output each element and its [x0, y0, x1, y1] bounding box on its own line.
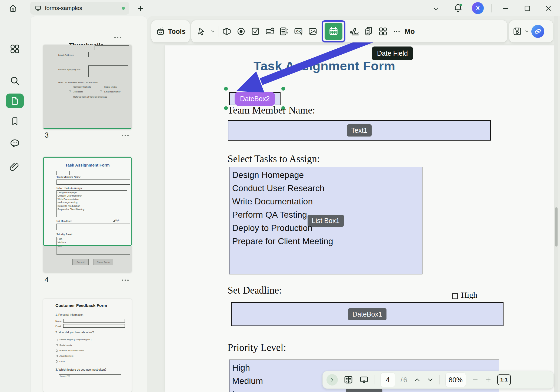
chevron-down-icon [432, 5, 439, 12]
thumb5-radio [56, 355, 58, 357]
sidebar-item-read-mode[interactable] [6, 390, 23, 392]
text-field-button[interactable] [221, 24, 233, 39]
select-tool-dropdown[interactable] [210, 29, 215, 34]
statusbar-divider [375, 375, 375, 384]
save-dropdown-button[interactable] [524, 29, 529, 34]
thumb4-outside-viewport-overlay [43, 246, 132, 273]
radio-button-field-button[interactable] [235, 24, 247, 39]
thumb5-section1: 1. Personal Information [55, 313, 83, 316]
duplicate-field-button[interactable] [363, 24, 375, 39]
image-field-button[interactable] [307, 24, 319, 39]
toolbar-more-button[interactable] [391, 24, 402, 39]
ai-sparkle-icon [533, 27, 542, 36]
priority-heading: Priority Level: [228, 342, 286, 353]
ai-assistant-button[interactable] [531, 25, 544, 38]
expand-statusbar-button[interactable] [326, 374, 338, 386]
vertical-scrollbar[interactable] [554, 16, 558, 392]
unsaved-dot [122, 7, 125, 10]
minus-icon [471, 376, 479, 384]
document-tab[interactable]: forms-samples [30, 2, 129, 15]
signature-field-icon [349, 26, 360, 37]
thumb5-other-line [67, 362, 80, 362]
chevron-down-icon [426, 376, 434, 384]
page3-more-button[interactable] [122, 135, 129, 136]
selection-handle-sw[interactable] [224, 106, 228, 110]
chevron-up-icon [414, 376, 421, 384]
thumbnail-page-4[interactable]: Task Assignment Form Team Member Name: S… [43, 157, 132, 273]
list-box-icon [279, 26, 289, 36]
save-button[interactable] [512, 26, 522, 36]
previous-page-button[interactable] [414, 376, 421, 384]
tools-button[interactable]: Tools [151, 20, 190, 42]
tools-icon [156, 26, 165, 36]
thumb5-opt-search: Search engine (Google/Bing/etc.) [59, 338, 91, 341]
field-layout-button[interactable] [377, 24, 389, 39]
checkbox-field-button[interactable] [249, 24, 261, 39]
thumb3-checkbox [69, 96, 71, 98]
thumb3-email-label: Email Address : [58, 54, 74, 56]
combo-box-field-button[interactable] [264, 24, 276, 39]
date-field-button[interactable] [322, 20, 345, 42]
page4-more-button[interactable] [122, 280, 129, 281]
thumb5-opt-other: Other: [59, 360, 65, 363]
zoom-out-button[interactable] [471, 376, 479, 384]
paperclip-icon [9, 161, 20, 172]
list-box-field-button[interactable] [278, 24, 290, 39]
presentation-mode-button[interactable] [359, 375, 369, 385]
zoom-level-button[interactable]: 80% [445, 373, 466, 387]
selection-handle-ne[interactable] [281, 87, 285, 91]
sidebar-item-attachments[interactable] [6, 159, 23, 174]
close-icon [544, 4, 552, 12]
scrollbar-thumb[interactable] [555, 207, 558, 247]
save-group [509, 20, 553, 42]
team-name-heading: Team Member Name: [228, 104, 315, 116]
thumbnail-page-5[interactable]: Customer Feedback Form 1. Personal Infor… [43, 299, 132, 392]
thumb3-checkbox-checked: ✓ [69, 91, 71, 93]
thumb4-viewport-indicator [43, 157, 132, 246]
zoom-in-button[interactable] [484, 376, 492, 384]
datebox1-field[interactable]: DateBox1 [231, 302, 504, 326]
select-tool-button[interactable] [196, 24, 208, 39]
thumb5-dropdown: Convert PDF [59, 374, 121, 379]
plus-icon [137, 5, 144, 12]
thumbnails-panel: Thumbnails Email Address : Position Appl… [31, 16, 147, 392]
sidebar-item-comments[interactable] [6, 136, 23, 151]
page-view-button[interactable] [343, 375, 354, 385]
checkbox-icon [250, 26, 261, 36]
titlebar-divider [491, 4, 492, 12]
close-button[interactable] [544, 4, 552, 12]
tasks-heading: Select Tasks to Assign: [228, 153, 320, 165]
sidebar-item-thumbnails[interactable] [6, 94, 24, 108]
page-number-input[interactable]: 4 [381, 373, 395, 387]
sidebar-item-search[interactable] [6, 74, 23, 88]
listbox1-field[interactable]: Design HomepageConduct User Research Wri… [229, 167, 422, 274]
titlebar-dropdown-button[interactable] [432, 5, 439, 12]
thumb3-checkbox [100, 86, 102, 88]
text1-field[interactable]: Text1 [228, 120, 491, 141]
push-button-field-button[interactable]: OK [292, 24, 304, 39]
minimize-button[interactable] [502, 4, 510, 12]
thumb3-opt-job: Job Board [73, 91, 83, 93]
minimize-icon [502, 4, 510, 12]
next-page-button[interactable] [426, 376, 434, 384]
datebox2-field[interactable]: DateBox2 [229, 92, 281, 105]
selection-handle-nw[interactable] [224, 87, 228, 91]
panel-drag-handle[interactable] [114, 37, 121, 38]
actual-size-button[interactable]: 1:1 [497, 374, 511, 385]
listbox1-items: Design HomepageConduct User Research Wri… [232, 168, 333, 248]
save-icon [512, 26, 522, 36]
sidebar-item-apps[interactable] [6, 42, 23, 56]
thumb3-opt-company: Company Website [73, 86, 91, 88]
high-checkbox[interactable] [452, 293, 458, 299]
sidebar-divider [8, 63, 22, 63]
new-tab-button[interactable] [137, 5, 144, 12]
notifications-button[interactable] [453, 3, 463, 13]
avatar[interactable]: X [472, 2, 484, 14]
home-button[interactable] [8, 4, 18, 13]
sidebar-item-bookmarks[interactable] [6, 114, 23, 129]
maximize-button[interactable] [523, 4, 531, 12]
text1-label: Text1 [347, 124, 372, 137]
datebox2-label: DateBox2 [235, 92, 275, 106]
thumbnail-page-3[interactable]: Email Address : Position Applying For : … [43, 45, 132, 129]
signature-field-button[interactable] [348, 24, 360, 39]
